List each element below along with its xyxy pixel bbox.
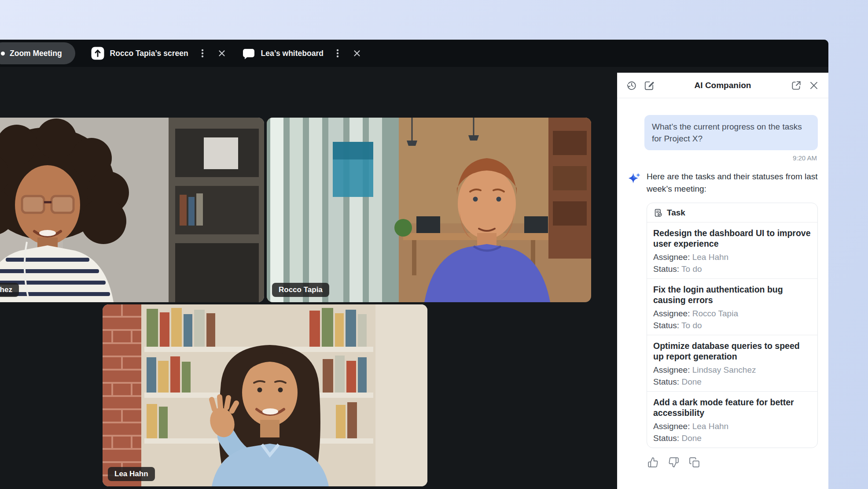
task-assignee: Assignee: Lindsay Sanchez [653,364,811,376]
share-screen-icon [91,47,104,60]
task-item: Optimize database queries to speed up re… [647,335,817,392]
thumbs-down-icon [668,457,679,468]
task-card: Task Redesign the dashboard UI to improv… [647,203,818,448]
user-message-bubble: What’s the current progress on the tasks… [644,115,818,150]
assignee-label: Assignee: [653,252,690,262]
task-item: Redesign the dashboard UI to improve use… [647,222,817,279]
status-value: Done [681,433,701,443]
tab-zoom-meeting[interactable]: Zoom Meeting [0,42,75,64]
participant-name-tag: Lea Hahn [108,467,155,481]
participant-name-tag: Rocco Tapia [272,283,329,297]
task-status: Status: Done [653,376,811,388]
history-icon [626,80,637,91]
video-tile-rocco-tapia[interactable]: Rocco Tapia [267,118,591,302]
task-card-title: Task [667,208,685,218]
task-status: Status: To do [653,263,811,275]
tab-rocco-screen-label: Rocco Tapia’s screen [110,49,188,58]
panel-title: AI Companion [661,81,784,90]
task-status: Status: Done [653,432,811,444]
message-timestamp: 9:20 AM [629,154,817,162]
tab-rocco-screen[interactable]: Rocco Tapia’s screen [91,47,226,60]
close-panel-button[interactable] [808,80,820,91]
video-feed-lindsay-sanchez [0,118,264,302]
assignee-value: Lea Hahn [692,252,728,262]
task-list-icon [653,208,663,218]
tab-lea-whiteboard[interactable]: Lea’s whiteboard [242,47,361,60]
video-tile-lindsay-sanchez[interactable]: Lindsay Sanchez [0,118,264,302]
thumbs-down-button[interactable] [668,457,679,468]
status-label: Status: [653,377,679,386]
status-value: Done [681,377,701,386]
tab-menu-icon[interactable] [198,48,207,59]
open-in-window-icon [791,80,802,91]
whiteboard-icon [242,47,255,60]
video-feed-rocco-tapia [267,118,591,302]
task-title: Redesign the dashboard UI to improve use… [653,228,811,249]
ai-companion-header: AI Companion [617,73,828,98]
assignee-label: Assignee: [653,422,690,431]
ai-companion-sparkle-icon [628,172,641,185]
status-label: Status: [653,433,679,443]
task-status: Status: To do [653,319,811,331]
tab-close-icon[interactable] [217,49,226,58]
tab-close-icon[interactable] [353,49,361,58]
copy-icon [689,457,700,468]
ai-companion-chat: What’s the current progress on the tasks… [617,98,828,489]
status-value: To do [681,264,702,274]
meeting-status-dot-icon [1,52,5,56]
open-in-window-button[interactable] [791,80,802,91]
status-label: Status: [653,264,679,274]
task-item: Fix the login authentication bug causing… [647,279,817,335]
tab-menu-icon[interactable] [333,48,342,59]
assignee-value: Rocco Tapia [692,309,738,318]
meeting-tab-bar: Zoom Meeting Rocco Tapia’s screen Lea’s … [0,40,828,67]
ai-response-body: Here are the tasks and their statuses fr… [647,170,818,468]
task-card-header: Task [647,203,817,222]
new-chat-icon [644,80,655,91]
assignee-value: Lindsay Sanchez [692,365,756,374]
assignee-label: Assignee: [653,365,690,374]
participant-name-tag: Lindsay Sanchez [0,283,19,297]
ai-response-text: Here are the tasks and their statuses fr… [647,170,818,195]
tab-lea-whiteboard-label: Lea’s whiteboard [261,49,324,58]
assignee-label: Assignee: [653,309,690,318]
ai-companion-panel: AI Companion What’s the current progress… [617,73,828,489]
task-title: Fix the login authentication bug causing… [653,284,811,305]
video-feed-lea-hahn [103,304,427,486]
close-icon [808,80,820,91]
task-title: Add a dark mode feature for better acces… [653,397,811,418]
history-button[interactable] [626,80,637,91]
task-title: Optimize database queries to speed up re… [653,341,811,362]
video-tile-lea-hahn[interactable]: Lea Hahn [103,304,427,486]
thumbs-up-icon [647,457,658,468]
task-assignee: Assignee: Lea Hahn [653,251,811,263]
tab-zoom-meeting-label: Zoom Meeting [10,49,62,58]
task-item: Add a dark mode feature for better acces… [647,392,817,448]
status-value: To do [681,321,702,330]
ai-response: Here are the tasks and their statuses fr… [628,170,818,468]
task-assignee: Assignee: Rocco Tapia [653,307,811,319]
assignee-value: Lea Hahn [692,422,728,431]
response-feedback-bar [647,457,817,468]
status-label: Status: [653,321,679,330]
thumbs-up-button[interactable] [647,457,658,468]
task-assignee: Assignee: Lea Hahn [653,420,811,432]
new-chat-button[interactable] [644,80,655,91]
zoom-meeting-window: Zoom Meeting Rocco Tapia’s screen Lea’s … [0,40,828,489]
copy-button[interactable] [689,457,700,468]
